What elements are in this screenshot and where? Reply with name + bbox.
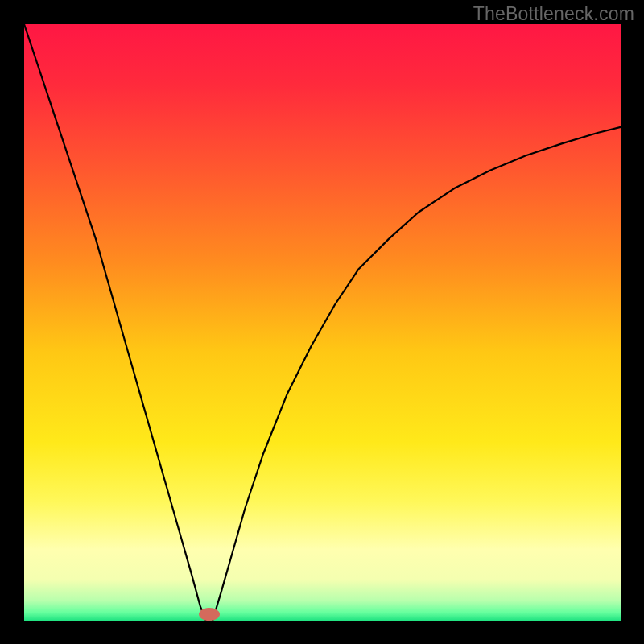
bottleneck-chart bbox=[0, 0, 644, 644]
chart-frame: TheBottleneck.com bbox=[0, 0, 644, 644]
watermark-text: TheBottleneck.com bbox=[473, 3, 634, 25]
plot-area bbox=[24, 24, 621, 621]
optimal-point-marker bbox=[199, 608, 220, 621]
